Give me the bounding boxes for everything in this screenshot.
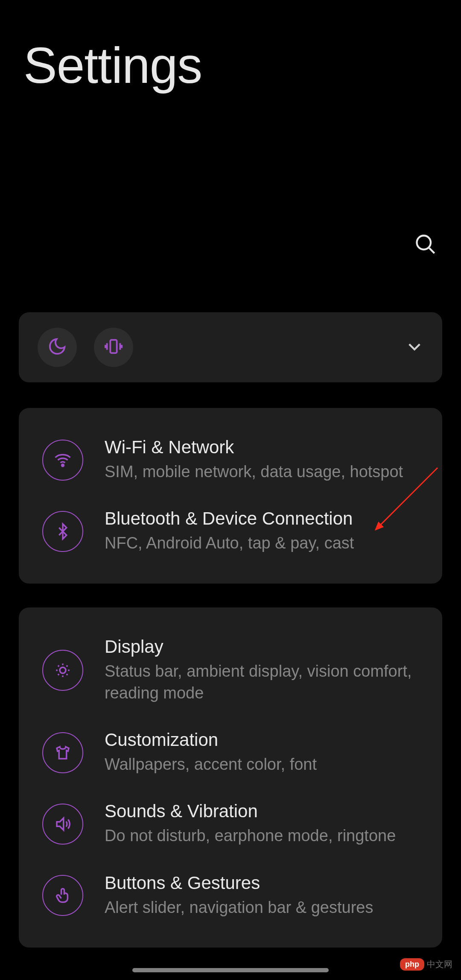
watermark-text: 中文网 bbox=[427, 959, 452, 970]
settings-item-wifi[interactable]: Wi-Fi & Network SIM, mobile network, dat… bbox=[19, 424, 442, 496]
watermark-badge: php bbox=[400, 958, 424, 971]
settings-item-subtitle: Wallpapers, accent color, font bbox=[105, 754, 317, 775]
vibrate-toggle[interactable] bbox=[94, 328, 133, 367]
wifi-icon bbox=[42, 440, 83, 481]
settings-item-display[interactable]: Display Status bar, ambient display, vis… bbox=[19, 624, 442, 717]
touch-icon bbox=[42, 875, 83, 916]
vibrate-icon bbox=[104, 337, 123, 358]
shirt-icon bbox=[42, 732, 83, 773]
settings-item-title: Display bbox=[105, 637, 419, 657]
settings-item-subtitle: Alert slider, navigation bar & gestures bbox=[105, 897, 373, 918]
settings-item-bluetooth[interactable]: Bluetooth & Device Connection NFC, Andro… bbox=[19, 496, 442, 567]
settings-item-buttons[interactable]: Buttons & Gestures Alert slider, navigat… bbox=[19, 860, 442, 931]
watermark: php 中文网 bbox=[400, 958, 452, 971]
home-indicator[interactable] bbox=[132, 968, 329, 972]
speaker-icon bbox=[42, 804, 83, 845]
settings-item-subtitle: NFC, Android Auto, tap & pay, cast bbox=[105, 532, 354, 554]
chevron-down-icon bbox=[406, 337, 423, 357]
settings-item-subtitle: SIM, mobile network, data usage, hotspot bbox=[105, 461, 403, 483]
settings-item-sounds[interactable]: Sounds & Vibration Do not disturb, earph… bbox=[19, 788, 442, 860]
settings-item-customization[interactable]: Customization Wallpapers, accent color, … bbox=[19, 717, 442, 788]
settings-item-subtitle: Status bar, ambient display, vision comf… bbox=[105, 660, 419, 704]
settings-item-subtitle: Do not disturb, earphone mode, ringtone bbox=[105, 825, 396, 847]
settings-item-title: Customization bbox=[105, 730, 317, 750]
svg-rect-2 bbox=[110, 340, 117, 353]
svg-point-3 bbox=[62, 464, 64, 466]
settings-item-title: Wi-Fi & Network bbox=[105, 437, 403, 458]
settings-item-title: Sounds & Vibration bbox=[105, 801, 396, 822]
search-button[interactable] bbox=[414, 233, 436, 257]
bluetooth-icon bbox=[42, 511, 83, 552]
svg-point-0 bbox=[417, 236, 431, 250]
settings-item-title: Buttons & Gestures bbox=[105, 873, 373, 893]
settings-item-title: Bluetooth & Device Connection bbox=[105, 508, 354, 529]
svg-line-1 bbox=[429, 248, 435, 253]
moon-icon bbox=[47, 337, 67, 358]
page-title: Settings bbox=[0, 0, 461, 94]
search-icon bbox=[414, 249, 436, 256]
dnd-night-toggle[interactable] bbox=[38, 328, 77, 367]
quick-toggles-card[interactable] bbox=[19, 312, 442, 382]
brightness-icon bbox=[42, 650, 83, 691]
settings-group-connectivity: Wi-Fi & Network SIM, mobile network, dat… bbox=[19, 408, 442, 584]
settings-group-device: Display Status bar, ambient display, vis… bbox=[19, 607, 442, 948]
svg-point-4 bbox=[60, 667, 66, 673]
